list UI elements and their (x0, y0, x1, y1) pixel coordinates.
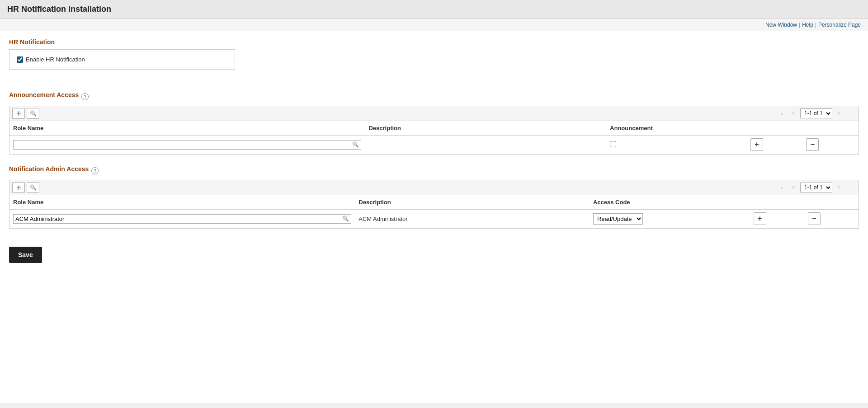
notification-admin-help-icon[interactable]: ? (91, 167, 99, 174)
page-title: HR Notification Installation (7, 5, 861, 14)
admin-remove-button[interactable]: − (808, 212, 821, 225)
admin-col-desc: Description (355, 195, 590, 210)
announcement-row: 🔍 + − (9, 136, 859, 154)
announcement-pagination: ⟁ < 1-1 of 1 > ⟂ (777, 108, 856, 118)
announcement-first-page[interactable]: ⟁ (777, 108, 787, 118)
announcement-role-search-icon[interactable]: 🔍 (352, 141, 359, 148)
announcement-desc-cell (365, 136, 606, 154)
announcement-toolbar: ⊞ 🔍 ⟁ < 1-1 of 1 > ⟂ (9, 106, 859, 121)
admin-col-role: Role Name (9, 195, 355, 210)
admin-page-select[interactable]: 1-1 of 1 (800, 183, 832, 192)
admin-role-cell: 🔍 (9, 210, 355, 228)
admin-last-page[interactable]: ⟂ (846, 183, 856, 192)
separator2: | (815, 22, 816, 28)
admin-grid-icon: ⊞ (16, 184, 21, 191)
announcement-remove-button[interactable]: − (806, 138, 819, 151)
notification-admin-title: Notification Admin Access (9, 165, 89, 173)
enable-hr-notification-checkbox[interactable] (17, 56, 23, 63)
announcement-last-page[interactable]: ⟂ (846, 108, 856, 118)
admin-row: 🔍 ACM Administrator Read/Update Read Onl… (9, 210, 859, 228)
announcement-table: Role Name Description Announcement (9, 121, 859, 154)
notification-admin-toolbar: ⊞ 🔍 ⟁ < 1-1 of 1 > ⟂ (9, 180, 859, 195)
admin-add-cell: + (750, 210, 804, 228)
announcement-col-role: Role Name (9, 121, 365, 136)
notification-admin-grid: ⊞ 🔍 ⟁ < 1-1 of 1 > ⟂ (9, 180, 859, 229)
notification-admin-table: Role Name Description Access Code (9, 195, 859, 228)
search-icon: 🔍 (30, 110, 37, 117)
hr-notification-title: HR Notification (9, 38, 859, 46)
admin-add-button[interactable]: + (754, 212, 766, 225)
hr-notification-box: Enable HR Notification (9, 49, 235, 70)
admin-role-input[interactable] (15, 216, 342, 222)
enable-hr-notification-label: Enable HR Notification (26, 56, 85, 63)
announcement-add-cell: + (747, 136, 803, 154)
announcement-prev-page[interactable]: < (788, 108, 798, 118)
announcement-add-button[interactable]: + (750, 138, 763, 151)
admin-access-cell: Read/Update Read Only Full Access (590, 210, 750, 228)
save-button[interactable]: Save (9, 247, 42, 263)
new-window-link[interactable]: New Window (765, 22, 797, 28)
admin-pagination: ⟁ < 1-1 of 1 > ⟂ (777, 183, 856, 192)
admin-role-search-icon[interactable]: 🔍 (342, 216, 349, 222)
announcement-role-cell: 🔍 (9, 136, 365, 154)
admin-prev-page[interactable]: < (788, 183, 798, 192)
announcement-access-help-icon[interactable]: ? (81, 93, 89, 100)
announcement-access-title: Announcement Access (9, 91, 79, 98)
admin-search-icon: 🔍 (30, 184, 37, 191)
admin-col-access: Access Code (590, 195, 750, 210)
announcement-page-select[interactable]: 1-1 of 1 (800, 108, 832, 118)
admin-desc-cell: ACM Administrator (355, 210, 590, 228)
announcement-access-grid: ⊞ 🔍 ⟁ < 1-1 of 1 > ⟂ (9, 106, 859, 155)
personalize-link[interactable]: Personalize Page (818, 22, 861, 28)
help-link[interactable]: Help (802, 22, 813, 28)
announcement-role-input[interactable] (15, 141, 352, 148)
admin-remove-cell: − (804, 210, 859, 228)
announcement-checkbox[interactable] (610, 141, 616, 147)
separator1: | (799, 22, 800, 28)
admin-search-button[interactable]: 🔍 (27, 182, 39, 193)
announcement-remove-cell: − (802, 136, 859, 154)
grid-icon: ⊞ (16, 110, 21, 117)
admin-first-page[interactable]: ⟁ (777, 183, 787, 192)
admin-grid-view-button[interactable]: ⊞ (12, 182, 25, 193)
announcement-search-button[interactable]: 🔍 (27, 108, 39, 119)
announcement-next-page[interactable]: > (834, 108, 844, 118)
admin-next-page[interactable]: > (834, 183, 844, 192)
announcement-checkbox-cell (606, 136, 747, 154)
announcement-col-desc: Description (365, 121, 606, 136)
announcement-grid-view-button[interactable]: ⊞ (12, 108, 25, 119)
admin-access-select[interactable]: Read/Update Read Only Full Access (593, 213, 643, 225)
announcement-col-announcement: Announcement (606, 121, 747, 136)
